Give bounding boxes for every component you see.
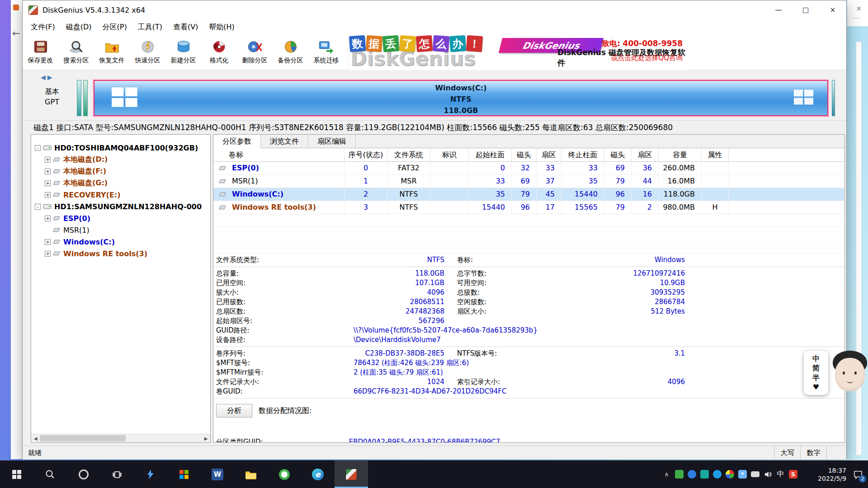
cortana-icon bbox=[79, 469, 89, 479]
tree-item-local-disk-d[interactable]: + 本地磁盘(D:) bbox=[31, 154, 210, 165]
quick-partition-button[interactable]: 快速分区 bbox=[130, 35, 165, 70]
close-button[interactable]: × bbox=[819, 0, 846, 19]
start-button[interactable] bbox=[0, 460, 33, 488]
maximize-button[interactable]: □ bbox=[792, 0, 819, 19]
collapse-icon[interactable]: - bbox=[35, 204, 41, 210]
lightning-app-button[interactable] bbox=[134, 460, 167, 488]
menu-help[interactable]: 帮助(H) bbox=[203, 19, 240, 35]
sogou-icon[interactable]: S bbox=[789, 470, 797, 479]
resize-grip[interactable] bbox=[826, 446, 846, 460]
taskbar-search-button[interactable] bbox=[33, 460, 67, 488]
tree-item-hd1[interactable]: - HD1:SAMSUNGMZNLN128HAHQ-000 bbox=[31, 201, 210, 212]
table-row-msr[interactable]: MSR(1) 1 MSR 33 69 37 35 79 44 16.0MB bbox=[213, 175, 844, 188]
save-changes-button[interactable]: 保存更改 bbox=[23, 35, 58, 70]
task-view-button[interactable] bbox=[100, 460, 134, 488]
expand-icon[interactable]: + bbox=[45, 180, 51, 186]
tab-partition-parameters[interactable]: 分区参数 bbox=[213, 135, 261, 148]
expand-icon[interactable]: + bbox=[45, 239, 51, 245]
edge-browser-button[interactable]: e bbox=[301, 460, 335, 488]
taskbar-clock[interactable]: 18:37 2022/5/9 bbox=[803, 466, 846, 483]
expand-icon[interactable]: + bbox=[45, 192, 51, 198]
prev-disk-icon[interactable]: ◀ bbox=[41, 74, 47, 81]
analyze-button[interactable]: 分析 bbox=[216, 404, 252, 418]
ime-simplified-mode[interactable]: 简 bbox=[804, 363, 828, 373]
tray-snowflake-icon[interactable]: * bbox=[738, 470, 747, 479]
hidden-icons-chevron[interactable]: ∧ bbox=[662, 470, 671, 479]
ime-chinese-mode[interactable]: 中 bbox=[804, 354, 828, 363]
format-button[interactable]: 格式化 bbox=[201, 35, 237, 70]
disk-icon bbox=[43, 145, 52, 151]
partition-icon bbox=[53, 239, 61, 244]
delete-partition-button[interactable]: 删除分区 bbox=[237, 35, 273, 70]
scroll-thumb[interactable] bbox=[40, 435, 126, 441]
tree-item-local-disk-g[interactable]: + 本地磁盘(G:) bbox=[31, 177, 210, 189]
esp-partition-mini-bar[interactable] bbox=[77, 80, 81, 116]
expand-icon[interactable]: + bbox=[45, 157, 51, 163]
menu-partition[interactable]: 分区(P) bbox=[97, 19, 132, 35]
tree-item-local-disk-f[interactable]: + 本地磁盘(F:) bbox=[31, 165, 210, 177]
ad-banner[interactable]: DiskGenius 数 据 丢 了 怎 么 办 ！ DiskGenius Di… bbox=[348, 35, 687, 70]
backup-partition-button[interactable]: 备份分区 bbox=[273, 35, 308, 70]
menu-view[interactable]: 查看(V) bbox=[168, 19, 203, 35]
word-app-button[interactable]: W bbox=[201, 460, 234, 488]
tree-item-esp[interactable]: + ESP(0) bbox=[31, 212, 210, 224]
scroll-right-icon[interactable]: ▶ bbox=[202, 436, 210, 441]
ime-status-widget[interactable]: 中 简 半 ♥ bbox=[804, 351, 868, 395]
windows-c-partition-bar[interactable]: Windows(C:) NTFS 118.0GB bbox=[94, 80, 828, 116]
expand-icon[interactable]: + bbox=[45, 169, 51, 174]
background-more-icon[interactable]: ··· bbox=[854, 14, 861, 22]
tree-horizontal-scrollbar[interactable]: ◀ ▶ bbox=[31, 434, 210, 442]
notification-center-button[interactable]: 2 bbox=[848, 460, 868, 488]
re-tools-partition-mini-bar[interactable] bbox=[832, 80, 835, 116]
tray-keyboard-icon[interactable] bbox=[751, 471, 760, 477]
volume-icon[interactable] bbox=[764, 470, 772, 479]
partition-icon bbox=[53, 192, 61, 197]
ime-mode-panel[interactable]: 中 简 半 ♥ bbox=[804, 351, 828, 395]
ime-zh-indicator[interactable]: 中 bbox=[776, 470, 785, 479]
cortana-button[interactable] bbox=[67, 460, 100, 488]
tree-item-windows-re-tools[interactable]: + Windows RE tools(3) bbox=[31, 248, 210, 259]
table-row-windows-re-tools[interactable]: Windows RE tools(3) 3 NTFS 15440 96 17 1… bbox=[213, 201, 844, 214]
tray-green-app-icon[interactable] bbox=[675, 470, 684, 479]
scroll-track[interactable] bbox=[40, 434, 202, 442]
ad-phone[interactable]: 致电: 400-008-9958 bbox=[602, 38, 683, 49]
tab-sector-edit[interactable]: 扇区编辑 bbox=[308, 135, 356, 148]
tree-item-hd0[interactable]: - HD0:TOSHIBAMQ04ABF100(932GB) bbox=[31, 142, 210, 154]
new-partition-button[interactable]: 新建分区 bbox=[165, 35, 201, 70]
recover-files-button[interactable]: 恢复文件 bbox=[94, 35, 130, 70]
heart-icon[interactable]: ♥ bbox=[804, 382, 828, 392]
ime-halfwidth-mode[interactable]: 半 bbox=[804, 373, 828, 382]
table-header[interactable]: 卷标 序号(状态) 文件系统 标识 起始柱面 磁头 扇区 终止柱面 磁头 扇区 … bbox=[213, 148, 844, 162]
tray-teal-app-icon[interactable] bbox=[700, 470, 709, 479]
tray-qq-icon[interactable] bbox=[713, 470, 722, 479]
window-controls: — □ × bbox=[765, 0, 846, 19]
ad-qq-link[interactable]: 或点击此处选择QQ咨询 bbox=[611, 54, 683, 62]
file-explorer-button[interactable] bbox=[234, 460, 268, 488]
tray-blue-app-icon[interactable] bbox=[688, 470, 696, 479]
browser-360-button[interactable] bbox=[268, 460, 301, 488]
ms-grid-app-button[interactable] bbox=[167, 460, 201, 488]
table-row-windows-c-selected[interactable]: Windows(C:) 2 NTFS 35 79 45 15440 96 16 … bbox=[213, 188, 844, 201]
divider bbox=[213, 347, 844, 347]
menu-disk[interactable]: 磁盘(D) bbox=[61, 19, 97, 35]
tree-item-recovery-e[interactable]: + RECOVERY(E:) bbox=[31, 189, 210, 201]
tab-browse-files[interactable]: 浏览文件 bbox=[261, 135, 308, 148]
table-row-esp[interactable]: ESP(0) 0 FAT32 0 32 33 33 69 36 260.0MB bbox=[213, 162, 844, 175]
msr-partition-mini-bar[interactable] bbox=[83, 80, 88, 116]
next-disk-icon[interactable]: ▶ bbox=[47, 74, 54, 81]
expand-icon[interactable]: + bbox=[45, 216, 51, 221]
menu-tools[interactable]: 工具(T) bbox=[132, 19, 168, 35]
tree-item-msr[interactable]: MSR(1) bbox=[31, 224, 210, 236]
background-close-icon[interactable]: × bbox=[856, 5, 862, 13]
scroll-left-icon[interactable]: ◀ bbox=[31, 436, 40, 441]
system-migrate-button[interactable]: 系统迁移 bbox=[308, 35, 344, 70]
back-arrow-icon[interactable]: ← bbox=[12, 28, 20, 39]
diskgenius-taskbar-button[interactable] bbox=[335, 460, 368, 488]
tray-pinwheel-icon[interactable] bbox=[726, 470, 734, 479]
expand-icon[interactable]: + bbox=[45, 251, 51, 257]
search-partition-button[interactable]: 搜索分区 bbox=[58, 35, 94, 70]
minimize-button[interactable]: — bbox=[765, 0, 792, 19]
tree-item-windows-c[interactable]: + Windows(C:) bbox=[31, 236, 210, 248]
menu-file[interactable]: 文件(F) bbox=[25, 19, 61, 35]
collapse-icon[interactable]: - bbox=[35, 145, 41, 151]
